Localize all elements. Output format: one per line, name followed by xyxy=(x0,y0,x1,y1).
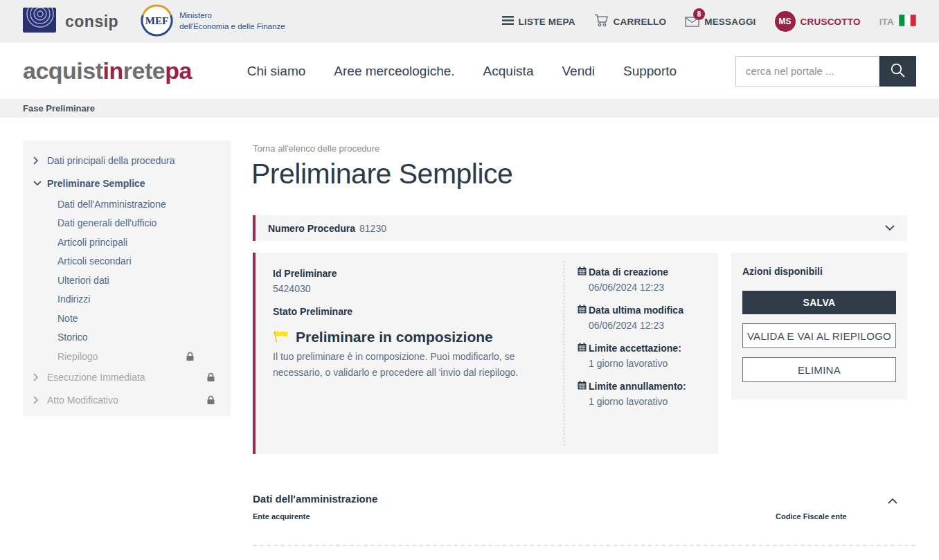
cruscotto-link[interactable]: MS CRUSCOTTO xyxy=(775,11,861,32)
utility-bar: consip MEF Ministero dell'Economia e del… xyxy=(0,0,939,43)
nav-item-vendi[interactable]: Vendi xyxy=(562,64,595,79)
limite-annullamento: Limite annullamento: 1 giorno lavorativo xyxy=(578,379,716,409)
chevron-up-icon[interactable] xyxy=(888,494,897,507)
sidebar-item-storico[interactable]: Storico xyxy=(33,328,222,347)
lock-icon xyxy=(186,352,195,361)
mail-icon: 8 xyxy=(685,17,699,27)
sidebar-item-indirizzi[interactable]: Indirizzi xyxy=(33,290,222,309)
acquistinretepa-logo[interactable]: acquistinretepa xyxy=(23,57,192,84)
sidebar-item-dati-principali[interactable]: Dati principali della procedura xyxy=(33,149,222,172)
sidebar-item-articoli-principali[interactable]: Articoli principali xyxy=(33,233,222,252)
lock-icon xyxy=(206,372,215,382)
mef-label: Ministero dell'Economia e delle Finanze xyxy=(179,10,285,32)
elimina-button[interactable]: ELIMINA xyxy=(742,357,896,382)
nav-item-supporto[interactable]: Supporto xyxy=(623,64,677,79)
limite-accettazione: Limite accettazione: 1 giorno lavorativo xyxy=(578,341,716,371)
nav-item-acquista[interactable]: Acquista xyxy=(483,64,534,79)
cart-icon xyxy=(594,14,609,29)
section-divider xyxy=(253,545,915,546)
chevron-right-icon xyxy=(33,373,47,381)
messages-count-badge: 8 xyxy=(693,8,705,20)
status-panel: Id Preliminare 5424030 Stato Preliminare… xyxy=(253,253,718,454)
status-value: Preliminare in composizione xyxy=(296,329,493,345)
liste-mepa-link[interactable]: LISTE MEPA xyxy=(502,16,575,27)
sidebar-navigation: Dati principali della procedura Prelimin… xyxy=(23,141,231,416)
yellow-flag-icon xyxy=(273,329,289,345)
status-description: Il tuo preliminare è in composizione. Pu… xyxy=(273,349,544,381)
search-button[interactable] xyxy=(879,56,916,87)
calendar-icon xyxy=(578,379,587,394)
consip-logo-icon xyxy=(23,8,56,35)
sidebar-item-dati-generali-ufficio[interactable]: Dati generali dell'ufficio xyxy=(33,214,222,233)
sidebar-item-articoli-secondari[interactable]: Articoli secondari xyxy=(33,252,222,271)
calendar-icon xyxy=(578,302,587,318)
chevron-down-icon xyxy=(33,181,47,186)
sidebar-item-atto-modificativo: Atto Modificativo xyxy=(33,389,222,412)
back-to-list-link[interactable]: Torna all'elenco delle procedure xyxy=(253,143,379,154)
nav-item-chi-siamo[interactable]: Chi siamo xyxy=(247,64,305,79)
italy-flag-icon xyxy=(899,15,916,28)
admin-section-title: Dati dell'amministrazione xyxy=(253,493,377,505)
chevron-right-icon xyxy=(33,396,47,404)
search-icon xyxy=(890,62,906,80)
salva-button[interactable]: SALVA xyxy=(742,291,896,314)
chevron-down-icon xyxy=(885,225,895,231)
calendar-icon xyxy=(578,264,587,280)
sidebar-item-note[interactable]: Note xyxy=(33,309,222,328)
nav-item-aree-merceologiche[interactable]: Aree merceologiche. xyxy=(334,64,454,79)
mef-logo-link[interactable]: MEF Ministero dell'Economia e delle Fina… xyxy=(141,4,285,39)
dates-column: Data di creazione 06/06/2024 12:23 Data … xyxy=(578,264,716,417)
sidebar-item-preliminare-semplice[interactable]: Preliminare Semplice xyxy=(33,172,222,195)
portal-search xyxy=(735,56,916,87)
sidebar-item-dati-amministrazione[interactable]: Dati dell'Amministrazione xyxy=(33,195,222,214)
codice-fiscale-label: Codice Fiscale ente xyxy=(776,512,847,521)
page: consip MEF Ministero dell'Economia e del… xyxy=(0,0,939,560)
svg-text:MEF: MEF xyxy=(145,15,168,26)
menu-icon xyxy=(502,16,514,27)
valida-riepilogo-button[interactable]: VALIDA E VAI AL RIEPILOGO xyxy=(742,323,896,348)
date-creazione: Data di creazione 06/06/2024 12:23 xyxy=(578,264,716,295)
carrello-link[interactable]: CARRELLO xyxy=(594,14,667,29)
vertical-divider xyxy=(564,261,564,446)
sidebar-item-esecuzione-immediata: Esecuzione Immediata xyxy=(33,366,222,389)
language-selector[interactable]: ITA xyxy=(879,15,916,28)
consip-wordmark: consip xyxy=(65,12,118,31)
procedure-number-accordion[interactable]: Numero Procedura 81230 xyxy=(253,215,907,241)
mef-logo-icon: MEF xyxy=(141,4,173,39)
consip-logo-link[interactable]: consip xyxy=(23,8,118,35)
ente-acquirente-label: Ente acquirente xyxy=(253,512,310,521)
nav-menu: Chi siamo Aree merceologiche. Acquista V… xyxy=(247,64,677,79)
breadcrumb: Fase Preliminare xyxy=(0,99,939,118)
user-avatar: MS xyxy=(775,11,796,32)
calendar-icon xyxy=(578,341,587,356)
page-title: Preliminare Semplice xyxy=(251,158,512,190)
utility-links: LISTE MEPA CARRELLO 8 xyxy=(502,11,916,32)
actions-title: Azioni disponibili xyxy=(742,266,896,277)
messaggi-link[interactable]: 8 MESSAGGI xyxy=(685,17,755,27)
chevron-right-icon xyxy=(33,156,47,165)
actions-panel: Azioni disponibili SALVA VALIDA E VAI AL… xyxy=(731,253,907,399)
sidebar-item-ulteriori-dati[interactable]: Ulteriori dati xyxy=(33,271,222,290)
sidebar-item-riepilogo: Riepilogo xyxy=(33,347,222,366)
procedure-number-label: Numero Procedura xyxy=(268,223,355,234)
procedure-number-value: 81230 xyxy=(359,223,386,234)
search-input[interactable] xyxy=(735,56,879,87)
date-ultima-modifica: Data ultima modifica 06/06/2024 12:23 xyxy=(578,302,716,333)
main-nav: acquistinretepa Chi siamo Aree merceolog… xyxy=(0,43,939,99)
lock-icon xyxy=(206,395,215,405)
